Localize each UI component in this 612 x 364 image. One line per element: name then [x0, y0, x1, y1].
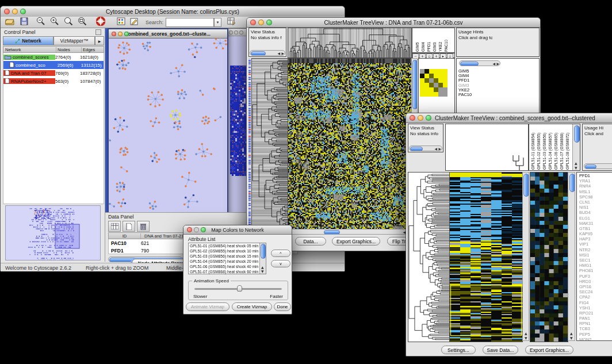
row-dendrogram-canvas[interactable]: [251, 58, 288, 229]
float-panel-icon[interactable]: [95, 29, 101, 35]
gene-label[interactable]: HRD3: [579, 279, 593, 284]
zoom-icon[interactable]: [201, 227, 206, 232]
zoom-out-icon[interactable]: [36, 17, 45, 28]
move-down-button[interactable]: v: [271, 260, 290, 267]
open-file-icon[interactable]: [5, 17, 14, 28]
zoom-icon[interactable]: [124, 32, 129, 36]
gene-label[interactable]: KAP95: [579, 231, 593, 236]
zoom-in-icon[interactable]: [50, 17, 59, 28]
view-status-scrollbar[interactable]: ◀▶: [250, 50, 285, 56]
data-col-id[interactable]: ID: [109, 233, 141, 239]
tab-vizmapper[interactable]: VizMapper™: [53, 36, 95, 45]
combined-heatmap-vscrollbar[interactable]: ▲▼: [522, 172, 529, 341]
gene-label[interactable]: PHO81: [579, 268, 593, 273]
zoomed-heatmap-scrollbar[interactable]: ▲▼: [568, 172, 575, 341]
treeview-combined-titlebar[interactable]: ClusterMaker TreeView : combined_scores_…: [406, 113, 612, 123]
delete-attribute-icon[interactable]: [137, 221, 150, 232]
close-icon[interactable]: [4, 9, 10, 14]
create-vizmap-button[interactable]: Create Vizmap: [232, 302, 272, 311]
attribute-item[interactable]: GPL51-03 (GSM856) heat shock 15 min: [189, 254, 259, 259]
col-header-network[interactable]: Network: [3, 47, 56, 52]
gene-label[interactable]: PEP5: [579, 332, 593, 337]
col-header-nodes[interactable]: Nodes: [56, 47, 82, 52]
gene-label[interactable]: YRA1: [579, 178, 593, 183]
column-labels-scrollbar[interactable]: ▲▼: [572, 124, 580, 170]
gene-label[interactable]: MSI1: [579, 252, 593, 258]
gene-label[interactable]: TCB3: [579, 326, 593, 331]
attribute-item[interactable]: GPL51-02 (GSM855) heat shock 10 min: [189, 249, 259, 254]
gene-label[interactable]: HAP3: [579, 236, 593, 242]
gene-label[interactable]: SEC1: [579, 258, 593, 263]
network-window-titlebar[interactable]: combined_scores_good.txt--cluste...: [109, 29, 227, 39]
dna-heatmap-hscrollbar[interactable]: ◀▶: [288, 229, 411, 235]
annotation-icon[interactable]: [130, 17, 139, 28]
tab-network[interactable]: Network: [3, 36, 53, 45]
treeview-dna-titlebar[interactable]: ClusterMaker TreeView : DNA and Tran 07-…: [247, 18, 540, 28]
network-window-active[interactable]: combined_scores_good.txt--cluste...: [108, 28, 228, 212]
combined-heatmap-canvas[interactable]: [449, 172, 523, 342]
gene-label[interactable]: CLN1: [579, 200, 593, 205]
gene-label[interactable]: MSL1: [579, 189, 593, 194]
tab-more[interactable]: ▶: [95, 36, 104, 45]
save-data-button[interactable]: Data...: [295, 237, 326, 246]
gene-panel-scrollbar[interactable]: ◀▶: [459, 60, 500, 66]
dna-heatmap-canvas[interactable]: [288, 58, 412, 229]
gene-label[interactable]: YSH1: [579, 305, 593, 311]
animate-vizmap-button[interactable]: Animate Vizmap: [186, 302, 230, 311]
help-lifesaver-icon[interactable]: [96, 17, 105, 28]
settings-button[interactable]: Settings...: [441, 346, 476, 354]
network-row[interactable]: combined_scores 2764(0) 16218(0): [3, 53, 104, 61]
close-icon[interactable]: [229, 30, 233, 35]
close-icon[interactable]: [187, 227, 192, 232]
save-data-button[interactable]: Save Data...: [483, 346, 518, 354]
gene-label[interactable]: RPO21: [579, 311, 593, 316]
column-dendrogram-canvas[interactable]: [445, 124, 529, 171]
network-row[interactable]: combined_sco 2569(6) 13112(15): [3, 61, 104, 69]
gene-label[interactable]: SPC98: [579, 194, 593, 200]
gene-label[interactable]: RNR4: [579, 183, 593, 189]
usage-hints-scrollbar[interactable]: [584, 163, 612, 169]
gene-label[interactable]: VIP1: [579, 242, 593, 247]
minimize-icon[interactable]: [12, 9, 18, 14]
col-header-edges[interactable]: Edges: [82, 47, 102, 52]
zoom-icon[interactable]: [426, 115, 431, 121]
gene-label[interactable]: NTR2: [579, 247, 593, 252]
attribute-item[interactable]: GPL51-01 (GSM854) heat shock 05 min: [189, 244, 259, 249]
gene-label[interactable]: PUF3: [579, 274, 593, 279]
network-row[interactable]: DNA and Tran 07 769(0) 183728(0): [3, 69, 104, 77]
minimize-icon[interactable]: [418, 115, 423, 121]
gene-label[interactable]: PAC10: [458, 93, 472, 97]
zoom-selected-icon[interactable]: [78, 17, 87, 28]
gene-label[interactable]: BUD4: [579, 210, 593, 215]
gene-label[interactable]: PAN1: [579, 316, 593, 321]
view-status-scrollbar[interactable]: ◀▶: [409, 145, 442, 151]
network-graph-canvas[interactable]: [109, 38, 227, 212]
move-up-button[interactable]: ^: [271, 250, 290, 257]
table-import-icon[interactable]: [227, 17, 236, 28]
save-session-icon[interactable]: [20, 17, 28, 28]
gene-label[interactable]: GPI16: [579, 284, 593, 289]
main-titlebar[interactable]: Cytoscape Desktop (Session Name: collins…: [1, 6, 345, 17]
close-icon[interactable]: [410, 115, 415, 121]
attribute-item[interactable]: GPL51-07 (GSM868) heat shock 60 min: [189, 270, 259, 274]
gene-label[interactable]: RPN1: [579, 321, 593, 326]
gene-label[interactable]: MAK31: [579, 221, 593, 226]
minimize-icon[interactable]: [118, 32, 123, 36]
new-attribute-icon[interactable]: [123, 221, 135, 232]
zoom-fit-icon[interactable]: [64, 17, 73, 28]
minimize-icon[interactable]: [234, 30, 238, 35]
gene-label[interactable]: PFD1: [579, 173, 593, 178]
gene-label[interactable]: MON2: [579, 337, 593, 341]
birdseye-view[interactable]: [5, 205, 101, 260]
attribute-item[interactable]: GPL51-04 (GSM857) heat shock 20 min: [189, 259, 259, 265]
export-graphics-button[interactable]: Export Graphics...: [332, 237, 380, 246]
network-row[interactable]: RNAPuberNov2+ 563(0) 107847(0): [3, 77, 104, 85]
row-dendrogram-canvas[interactable]: [408, 172, 450, 342]
dialog-titlebar[interactable]: Map Colors to Network: [183, 225, 292, 235]
zoom-icon[interactable]: [239, 30, 243, 35]
gene-label[interactable]: HMG1: [579, 263, 593, 268]
search-dropdown-icon[interactable]: ▼: [214, 18, 221, 27]
birdseye-canvas[interactable]: [6, 206, 100, 260]
gene-label[interactable]: NIS1: [579, 205, 593, 210]
gene-label[interactable]: GTB1: [579, 226, 593, 231]
